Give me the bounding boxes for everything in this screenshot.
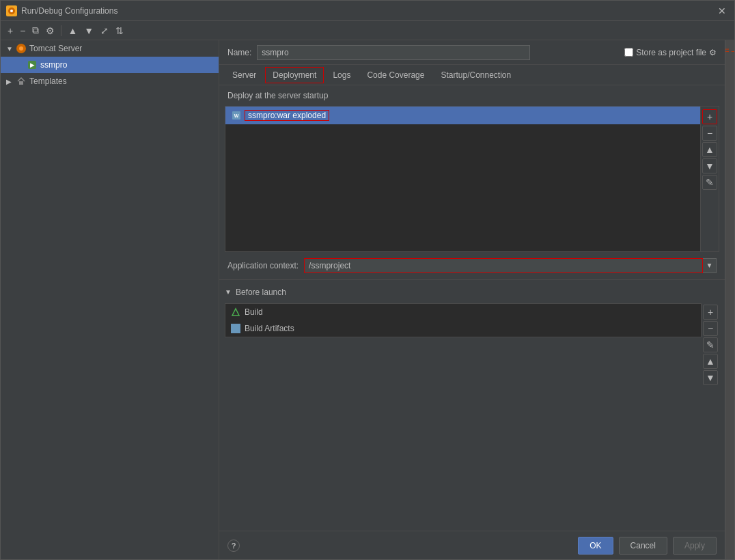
before-launch-label: Before launch <box>236 288 286 297</box>
store-settings-icon[interactable]: ⚙ <box>709 48 717 57</box>
before-launch-collapse-arrow[interactable]: ▼ <box>225 288 232 296</box>
title-bar: Run/Debug Configurations ✕ <box>1 1 734 21</box>
expand-arrow-tomcat: ▼ <box>6 45 14 53</box>
build-artifacts-label: Build Artifacts <box>245 324 294 333</box>
add-before-launch-button[interactable]: + <box>703 305 718 320</box>
left-panel: ▼ Tomcat Server ▶ ssmpro <box>1 40 219 559</box>
tomcat-server-icon <box>16 43 27 54</box>
svg-marker-7 <box>232 309 239 316</box>
remove-config-button[interactable]: − <box>17 24 28 38</box>
before-launch-down-button[interactable]: ▼ <box>703 370 718 385</box>
build-label: Build <box>245 307 263 317</box>
store-checkbox-row: Store as project file ⚙ <box>624 48 717 57</box>
build-icon <box>231 307 240 317</box>
svg-point-1 <box>10 10 13 12</box>
store-checkbox[interactable] <box>624 48 633 57</box>
expand-arrow-templates: ▶ <box>6 78 14 85</box>
right-sidebar: this <box>725 40 734 559</box>
settings-button[interactable]: ⚙ <box>43 24 57 38</box>
main-content: ▼ Tomcat Server ▶ ssmpro <box>1 40 734 559</box>
toolbar: + − ⧉ ⚙ ▲ ▼ ⤢ ⇅ <box>1 21 734 40</box>
name-row: Name: Store as project file ⚙ <box>219 40 725 65</box>
tree-item-ssmpro[interactable]: ▶ ssmpro <box>1 57 219 73</box>
right-sidebar-tab[interactable]: this <box>725 43 734 58</box>
before-launch-area: Build <box>225 303 719 387</box>
edit-before-launch-button[interactable]: ✎ <box>703 337 718 352</box>
svg-rect-4 <box>19 81 23 85</box>
tab-code-coverage[interactable]: Code Coverage <box>359 67 432 83</box>
copy-config-button[interactable]: ⧉ <box>29 23 42 38</box>
svg-text:▶: ▶ <box>30 62 35 68</box>
before-launch-item-build[interactable]: Build <box>225 304 701 320</box>
dialog-icon <box>6 5 17 16</box>
dialog-title: Run/Debug Configurations <box>21 6 715 16</box>
war-icon: W <box>231 110 242 121</box>
before-launch-header: ▼ Before launch <box>225 284 719 300</box>
tomcat-server-label: Tomcat Server <box>29 44 82 53</box>
ssmpro-label: ssmpro <box>40 60 67 70</box>
before-launch-item-build-artifacts[interactable]: Build Artifacts <box>225 320 701 337</box>
remove-before-launch-button[interactable]: − <box>703 321 718 336</box>
before-launch-up-button[interactable]: ▲ <box>703 354 718 369</box>
run-debug-configurations-dialog: Run/Debug Configurations ✕ + − ⧉ ⚙ ▲ ▼ ⤢… <box>0 0 735 560</box>
move-down-button[interactable]: ▼ <box>81 24 96 38</box>
templates-label: Templates <box>29 76 67 86</box>
svg-text:W: W <box>234 113 239 118</box>
artifacts-icon <box>231 324 240 333</box>
deploy-label: Deploy at the server startup <box>219 85 725 106</box>
move-up-button[interactable]: ▲ <box>65 24 80 38</box>
spacer <box>219 387 725 531</box>
deploy-down-button[interactable]: ▼ <box>702 158 717 173</box>
add-deploy-button[interactable]: + <box>702 109 717 124</box>
deploy-item-label: ssmpro:war exploded <box>245 110 329 121</box>
deploy-item-ssmpro-war[interactable]: W ssmpro:war exploded <box>225 107 700 124</box>
apply-button[interactable]: Apply <box>673 537 717 555</box>
app-context-input[interactable] <box>304 258 703 273</box>
remove-deploy-button[interactable]: − <box>702 126 717 141</box>
before-launch-list: Build <box>225 303 702 337</box>
cancel-button[interactable]: Cancel <box>619 537 667 555</box>
tree-item-tomcat-server[interactable]: ▼ Tomcat Server <box>1 40 219 57</box>
tabs-row: Server Deployment Logs Code Coverage Sta… <box>219 65 725 85</box>
deploy-list-toolbar: + − ▲ ▼ ✎ <box>700 107 719 251</box>
ssmpro-config-icon: ▶ <box>27 59 38 70</box>
tab-logs[interactable]: Logs <box>325 67 358 83</box>
add-config-button[interactable]: + <box>5 24 16 38</box>
before-launch-toolbar: + − ✎ ▲ ▼ <box>702 303 719 387</box>
sort-button[interactable]: ⇅ <box>113 24 126 38</box>
before-launch-section: ▼ Before launch <box>219 279 725 387</box>
move-button[interactable]: ⤢ <box>98 24 111 38</box>
name-input[interactable] <box>257 45 530 60</box>
tab-startup-connection[interactable]: Startup/Connection <box>433 67 518 83</box>
templates-icon <box>16 76 27 87</box>
close-button[interactable]: ✕ <box>715 5 729 16</box>
tab-server[interactable]: Server <box>225 67 264 83</box>
deploy-up-button[interactable]: ▲ <box>702 142 717 157</box>
deploy-list-area: W ssmpro:war exploded + − ▲ ▼ ✎ <box>225 106 719 252</box>
deploy-list: W ssmpro:war exploded <box>225 107 700 251</box>
ok-button[interactable]: OK <box>578 537 613 555</box>
bottom-bar: ? OK Cancel Apply <box>219 531 725 559</box>
app-context-label: Application context: <box>227 261 299 270</box>
tree-item-templates[interactable]: ▶ Templates <box>1 73 219 89</box>
app-context-input-wrap: ▼ <box>304 258 717 273</box>
deploy-edit-button[interactable]: ✎ <box>702 175 717 190</box>
deployment-tab-content: Deploy at the server startup W ssmpro:wa… <box>219 85 725 531</box>
app-context-dropdown[interactable]: ▼ <box>703 258 717 273</box>
name-label: Name: <box>227 48 251 57</box>
toolbar-separator-1 <box>61 25 61 36</box>
app-context-row: Application context: ▼ <box>219 252 725 279</box>
right-panel: Name: Store as project file ⚙ Server Dep… <box>219 40 725 559</box>
store-checkbox-label: Store as project file <box>636 48 706 57</box>
tab-deployment[interactable]: Deployment <box>265 67 324 83</box>
help-icon[interactable]: ? <box>227 540 240 552</box>
before-launch-list-wrap: Build <box>225 303 702 387</box>
